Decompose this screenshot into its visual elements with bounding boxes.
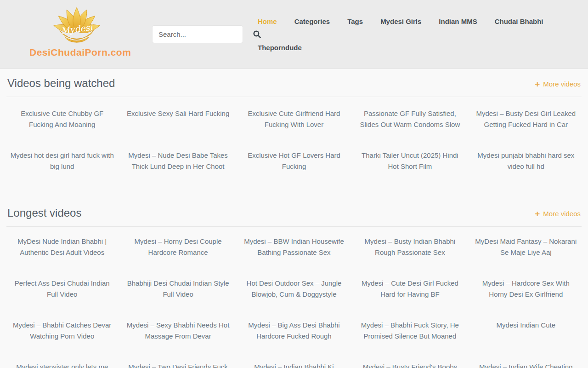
nav-item[interactable]: Indian MMS bbox=[439, 17, 477, 26]
section-header: Videos being watched + More videos bbox=[6, 69, 582, 97]
search-input[interactable] bbox=[153, 30, 253, 38]
video-grid: MyDesi Nude Indian Bhabhi | Authentic De… bbox=[6, 236, 582, 368]
site-header: Mydesi DesiChudaiPorn.com Home Categorie… bbox=[0, 0, 588, 69]
plus-icon: + bbox=[535, 80, 540, 88]
video-title-link[interactable]: Mydesi – Busty Friend's Boobs and Bum To… bbox=[354, 362, 465, 368]
video-grid: Exclusive Cute Chubby GF Fucking And Moa… bbox=[6, 108, 582, 192]
video-title-link[interactable]: Exclusive Sexy Sali Hard Fucking bbox=[122, 108, 233, 130]
more-videos-link[interactable]: + More videos bbox=[535, 79, 581, 90]
video-title-link[interactable]: Mydesi – Bhabhi Catches Devar Watching P… bbox=[6, 320, 118, 342]
video-title-link[interactable]: Mydesi – Indian Bhabhi Ki Zabardast Chud… bbox=[238, 362, 350, 368]
main-nav: Home Categories Tags Mydesi Girls Indian… bbox=[258, 0, 570, 52]
video-title-link[interactable]: Mydesi – Bhabhi Fuck Story, He Promised … bbox=[354, 320, 465, 342]
video-title-link[interactable]: MyDesi Nude Indian Bhabhi | Authentic De… bbox=[6, 236, 118, 258]
video-title-link[interactable]: Mydesi – Cute Desi Girl Fucked Hard for … bbox=[354, 278, 465, 300]
search-box bbox=[153, 26, 243, 43]
video-title-link[interactable]: Mydesi – Hardcore Sex With Horny Desi Ex… bbox=[470, 278, 582, 300]
video-title-link[interactable]: Exclusive Hot GF Lovers Hard Fucking bbox=[238, 150, 350, 172]
video-title-link[interactable]: Exclusive Cute Girlfriend Hard Fucking W… bbox=[238, 108, 350, 130]
video-title-link[interactable]: Hot Desi Outdoor Sex – Jungle Blowjob, C… bbox=[238, 278, 350, 300]
video-title-link[interactable]: Tharki Tailer Uncut (2025) Hindi Hot Sho… bbox=[354, 150, 465, 172]
video-title-link[interactable]: Mydesi hot desi girl hard fuck with big … bbox=[6, 150, 118, 172]
video-title-link[interactable]: Mydesi – Sexy Bhabhi Needs Hot Massage F… bbox=[122, 320, 233, 342]
video-title-link[interactable]: Mydesi – BBW Indian Housewife Bathing Pa… bbox=[238, 236, 350, 258]
video-title-link[interactable]: Passionate GF Fully Satisfied, Slides Ou… bbox=[354, 108, 465, 130]
video-title-link[interactable]: Mydesi – Busty Desi Girl Leaked Getting … bbox=[470, 108, 582, 130]
video-title-link[interactable]: Mydesi – Indian Wife Cheating with Neigh… bbox=[470, 362, 582, 368]
video-title-link[interactable]: Bhabhiji Desi Chudai Indian Style Full V… bbox=[122, 278, 233, 300]
nav-item[interactable]: Tags bbox=[347, 17, 363, 26]
video-title-link[interactable]: Mydesi Indian Cute bbox=[470, 320, 582, 342]
video-title-link[interactable]: Mydesi – Horny Desi Couple Hardcore Roma… bbox=[122, 236, 233, 258]
video-title-link[interactable]: Mydesi – Two Desi Friends Fuck Horny Mai… bbox=[122, 362, 233, 368]
video-title-link[interactable]: MyDesi Maid Fantasy – Nokarani Se Maje L… bbox=[470, 236, 582, 258]
video-title-link[interactable]: Mydesi punjabi bhabhi hard sex video ful… bbox=[470, 150, 582, 172]
section-longest-videos: Longest videos + More videos MyDesi Nude… bbox=[6, 199, 582, 368]
video-title-link[interactable]: Exclusive Cute Chubby GF Fucking And Moa… bbox=[6, 108, 118, 130]
nav-item[interactable]: Home bbox=[258, 17, 277, 26]
site-name: DesiChudaiPorn.com bbox=[29, 47, 124, 58]
main-content: Videos being watched + More videos Exclu… bbox=[0, 69, 588, 368]
site-logo[interactable]: Mydesi DesiChudaiPorn.com bbox=[29, 6, 124, 58]
nav-item[interactable]: Theporndude bbox=[258, 43, 302, 52]
video-title-link[interactable]: Mydesi – Busty Indian Bhabhi Rough Passi… bbox=[354, 236, 465, 258]
video-title-link[interactable]: Mydesi stepsister only lets me touch her… bbox=[6, 362, 118, 368]
more-videos-label: More videos bbox=[543, 79, 581, 89]
video-title-link[interactable]: Perfect Ass Desi Chudai Indian Full Vide… bbox=[6, 278, 118, 300]
section-header: Longest videos + More videos bbox=[6, 199, 582, 227]
video-title-link[interactable]: Mydesi – Big Ass Desi Bhabhi Hardcore Fu… bbox=[238, 320, 350, 342]
section-videos-being-watched: Videos being watched + More videos Exclu… bbox=[6, 69, 582, 192]
section-title: Longest videos bbox=[7, 206, 81, 220]
lotus-logo-icon: Mydesi bbox=[51, 6, 102, 46]
nav-item[interactable]: Chudai Bhabhi bbox=[495, 17, 543, 26]
plus-icon: + bbox=[535, 210, 540, 218]
nav-item[interactable]: Categories bbox=[294, 17, 330, 26]
more-videos-link[interactable]: + More videos bbox=[535, 209, 581, 220]
video-title-link[interactable]: Mydesi – Nude Desi Babe Takes Thick Lund… bbox=[122, 150, 233, 172]
more-videos-label: More videos bbox=[543, 209, 581, 219]
section-title: Videos being watched bbox=[7, 76, 115, 90]
nav-item[interactable]: Mydesi Girls bbox=[380, 17, 421, 26]
